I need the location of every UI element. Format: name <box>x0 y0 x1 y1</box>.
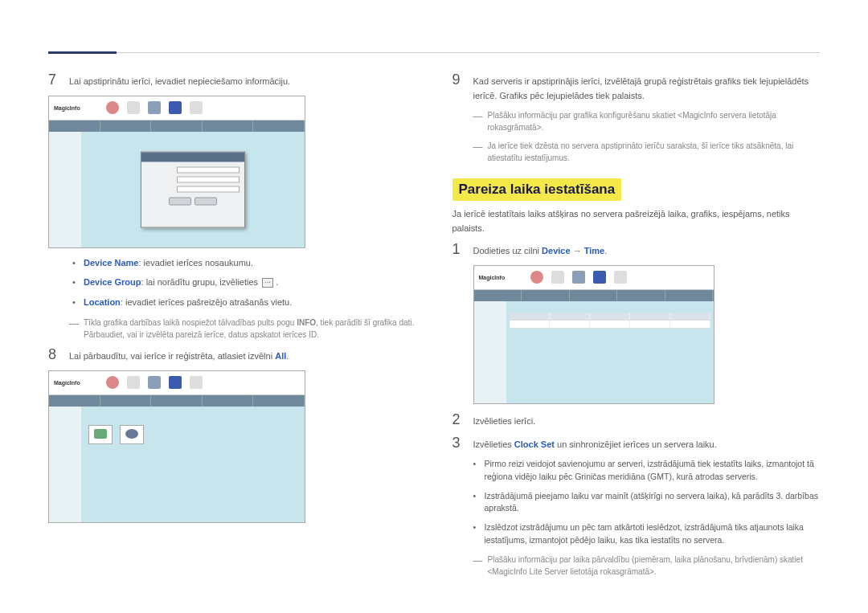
section-intro: Ja ierīcē iestatītais laiks atšķiras no … <box>452 207 821 235</box>
ss-toolbar-icon <box>551 271 564 284</box>
step-text: Izvēlieties Clock Set un sinhronizējiet … <box>473 435 717 452</box>
clock-set-label: Clock Set <box>514 439 555 449</box>
ss-main <box>81 132 305 247</box>
step-number: 2 <box>452 412 473 427</box>
step-text: Kad serveris ir apstiprinājis ierīci, iz… <box>473 72 821 103</box>
ss-dialog-header <box>141 152 244 161</box>
ss-toolbar-icon <box>169 101 182 114</box>
ss-sidebar <box>474 301 506 403</box>
ss-logo: MagicInfo <box>54 380 80 386</box>
two-column-layout: 7 Lai apstiprinātu ierīci, ievadiet nepi… <box>48 72 820 584</box>
location-label: Location <box>84 297 121 307</box>
ss-table <box>510 313 710 329</box>
step-text: Dodieties uz cilni Device → Time. <box>473 242 608 259</box>
ss-toolbar-icon <box>127 101 140 114</box>
step-2: 2 Izvēlieties ierīci. <box>452 412 821 429</box>
ss-dialog <box>141 151 245 227</box>
bullet-location: • Location: ievadiet ierīces pašreizējo … <box>72 296 416 309</box>
step-1: 1 Dodieties uz cilni Device → Time. <box>452 242 821 259</box>
device-label: Device <box>542 246 570 255</box>
sub-bullets: • Pirmo reizi veidojot savienojumu ar se… <box>473 458 821 547</box>
step-8: 8 Lai pārbaudītu, vai ierīce ir reģistrē… <box>48 347 416 364</box>
header-rule <box>48 52 820 53</box>
ss-logo: MagicInfo <box>54 105 80 111</box>
note-a: ― Plašāku informāciju par grafika konfig… <box>473 109 821 133</box>
ss-toolbar-icon <box>148 376 161 389</box>
note-c: ― Plašāku informāciju par laika pārvaldī… <box>473 554 821 578</box>
section-title: Pareiza laika iestatīšana <box>452 178 622 201</box>
ss-toolbar-icon <box>106 101 119 114</box>
ss-toolbar-icon <box>614 271 627 284</box>
ss-sidebar <box>49 407 81 522</box>
ss-toolbar-icon <box>190 376 203 389</box>
group-picker-icon <box>262 278 273 288</box>
sub-bullet-2: • Izstrādājumā pieejamo laiku var mainīt… <box>473 490 821 516</box>
step-3: 3 Izvēlieties Clock Set un sinhronizējie… <box>452 435 821 452</box>
step-7: 7 Lai apstiprinātu ierīci, ievadiet nepi… <box>48 72 416 89</box>
ss-thumb-area <box>81 418 305 522</box>
note-b: ― Ja ierīce tiek dzēsta no servera apsti… <box>473 140 821 164</box>
ss-toolbar-icon <box>169 376 182 389</box>
ss-sidebar <box>49 132 81 247</box>
step-text: Lai pārbaudītu, vai ierīce ir reģistrēta… <box>69 347 289 364</box>
step-number: 8 <box>48 347 69 362</box>
step-number: 3 <box>452 435 473 450</box>
header-accent <box>48 51 117 54</box>
step-9: 9 Kad serveris ir apstiprinājis ierīci, … <box>452 72 821 103</box>
right-column: 9 Kad serveris ir apstiprinājis ierīci, … <box>452 72 821 584</box>
device-group-label: Device Group <box>84 277 141 287</box>
ss-toolbar-icon <box>572 271 585 284</box>
ss-toolbar-icon <box>127 376 140 389</box>
sub-bullet-3: • Izslēdzot izstrādājumu un pēc tam atkā… <box>473 521 821 547</box>
sub-bullet-1: • Pirmo reizi veidojot savienojumu ar se… <box>473 458 821 484</box>
device-name-label: Device Name <box>84 258 139 268</box>
screenshot-all-devices: MagicInfo <box>48 370 305 523</box>
step-text: Lai apstiprinātu ierīci, ievadiet nepiec… <box>69 72 290 89</box>
step-text: Izvēlieties ierīci. <box>473 412 536 429</box>
field-bullets: • Device Name: ievadiet ierīces nosaukum… <box>72 256 416 309</box>
step-number: 9 <box>452 72 473 87</box>
ss-toolbar-icon <box>106 376 119 389</box>
ss-toolbar-icon <box>148 101 161 114</box>
step-number: 1 <box>452 242 473 256</box>
bullet-device-name: • Device Name: ievadiet ierīces nosaukum… <box>72 256 416 270</box>
step-number: 7 <box>48 72 69 87</box>
ss-toolbar-icon <box>530 271 543 284</box>
time-label: Time <box>584 246 604 255</box>
left-column: 7 Lai apstiprinātu ierīci, ievadiet nepi… <box>48 72 416 584</box>
info-note: ― Tīkla grafika darbības laikā nospiežot… <box>69 317 416 341</box>
ss-toolbar-icon <box>593 271 606 284</box>
ss-toolbar-icon <box>190 101 203 114</box>
screenshot-approve-dialog: MagicInfo <box>48 96 305 248</box>
all-label: All <box>275 351 286 361</box>
ss-logo: MagicInfo <box>479 275 506 280</box>
screenshot-device-time: MagicInfo <box>473 265 714 404</box>
info-bold: INFO <box>297 318 316 327</box>
bullet-device-group: • Device Group: lai norādītu grupu, izvē… <box>72 276 416 289</box>
